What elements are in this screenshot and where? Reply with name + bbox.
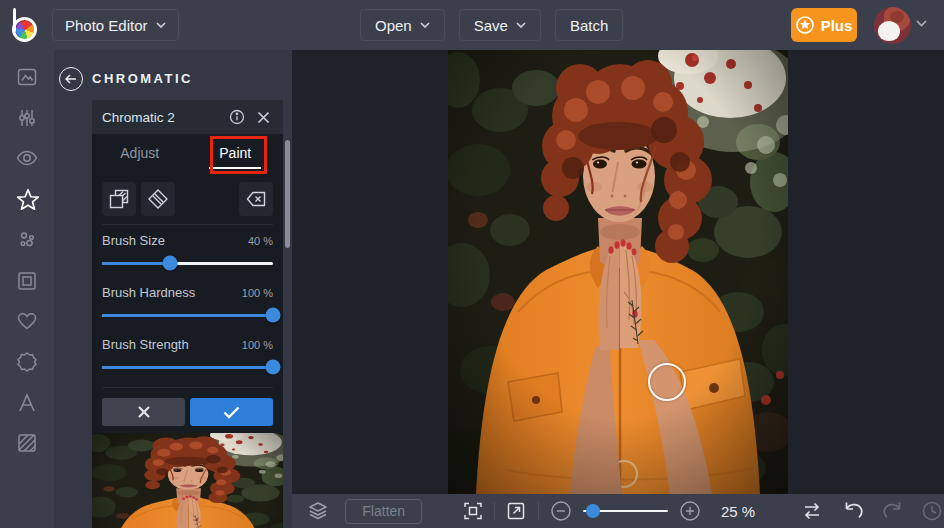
zoom-in-button[interactable] — [678, 499, 702, 523]
app-menu-button[interactable]: Photo Editor — [52, 9, 179, 41]
brush-hardness-value: 100 % — [242, 287, 273, 299]
scrollbar-thumb[interactable] — [285, 140, 290, 248]
info-button[interactable] — [227, 107, 247, 127]
flatten-button[interactable]: Flatten — [345, 499, 422, 524]
avatar-chevron-icon[interactable] — [916, 20, 927, 27]
canvas-area[interactable] — [292, 50, 944, 528]
graphics-badge-icon — [15, 350, 39, 374]
photo-manager-icon — [15, 65, 39, 89]
close-icon — [257, 111, 270, 124]
undo-icon — [842, 499, 866, 523]
info-icon — [229, 109, 245, 125]
artsy-dots-icon — [15, 228, 39, 252]
brush-size-group: Brush Size 40 % — [92, 225, 283, 277]
plus-upgrade-button[interactable]: Plus — [791, 8, 857, 42]
textures-icon — [15, 431, 39, 455]
close-button[interactable] — [253, 107, 273, 127]
tab-adjust-label: Adjust — [120, 145, 159, 161]
effects-star-icon — [15, 187, 41, 213]
history-button[interactable] — [920, 499, 944, 523]
text-icon — [15, 391, 39, 415]
touchup-eye-icon — [15, 146, 39, 170]
sidebar-item-textures[interactable] — [15, 431, 39, 455]
sidebar-item-photo-manager[interactable] — [15, 65, 39, 89]
zoom-slider[interactable] — [583, 501, 668, 521]
plus-label: Plus — [821, 17, 853, 34]
chevron-down-icon — [420, 22, 430, 28]
edit-sliders-icon — [15, 106, 39, 130]
brush-size-slider-thumb[interactable] — [163, 256, 178, 271]
brush-size-value: 40 % — [248, 235, 273, 247]
chevron-down-icon — [156, 22, 166, 28]
eraser-button[interactable] — [141, 182, 175, 216]
brush-tools — [92, 172, 283, 224]
widget-title: Chromatic 2 — [102, 110, 227, 125]
widget-header: Chromatic 2 — [92, 100, 283, 134]
sidebar-item-touchup[interactable] — [15, 146, 39, 170]
user-avatar[interactable] — [874, 7, 911, 44]
save-button[interactable]: Save — [459, 9, 541, 41]
thumbnail-image — [92, 433, 283, 528]
layers-icon — [307, 500, 329, 522]
brush-hardness-group: Brush Hardness 100 % — [92, 277, 283, 329]
overlays-heart-icon — [15, 309, 39, 333]
bottom-toolbar: Flatten 25 % — [292, 494, 944, 528]
arrow-left-icon — [65, 74, 77, 84]
brush-strength-value: 100 % — [242, 339, 273, 351]
zoom-out-icon — [549, 499, 573, 523]
sidebar-item-artsy[interactable] — [15, 228, 39, 252]
cancel-button[interactable] — [102, 398, 185, 426]
chevron-down-icon — [516, 22, 526, 28]
history-clock-icon — [920, 499, 944, 523]
redo-icon — [880, 499, 904, 523]
file-actions: Open Save Batch — [360, 9, 623, 41]
sidebar-item-frames[interactable] — [15, 269, 39, 293]
layers-button[interactable] — [307, 499, 329, 523]
topbar: Photo Editor Open Save Batch Plus — [0, 0, 944, 50]
cancel-x-icon — [137, 405, 151, 419]
open-label: Open — [375, 17, 412, 34]
tab-paint[interactable]: Paint — [188, 134, 284, 172]
apply-button[interactable] — [190, 398, 273, 426]
batch-button[interactable]: Batch — [555, 9, 623, 41]
brush-cursor — [648, 363, 686, 401]
tab-paint-label: Paint — [219, 145, 251, 161]
sidebar: ? — [0, 50, 54, 528]
tab-adjust[interactable]: Adjust — [92, 134, 188, 172]
brush-hardness-slider-thumb[interactable] — [266, 308, 281, 323]
undo-button[interactable] — [842, 499, 866, 523]
sidebar-item-graphics[interactable] — [15, 350, 39, 374]
brush-strength-group: Brush Strength 100 % — [92, 329, 283, 387]
brush-strength-slider[interactable] — [102, 357, 273, 377]
clear-mask-button[interactable] — [239, 182, 273, 216]
brush-hardness-slider[interactable] — [102, 305, 273, 325]
invert-mask-button[interactable] — [102, 182, 136, 216]
zoom-out-button[interactable] — [549, 499, 573, 523]
fullscreen-button[interactable] — [505, 499, 527, 523]
save-label: Save — [474, 17, 508, 34]
panel-scrollbar — [285, 134, 290, 474]
redo-button[interactable] — [880, 499, 904, 523]
back-button[interactable] — [59, 67, 83, 91]
brush-size-slider[interactable] — [102, 253, 273, 273]
brush-strength-slider-thumb[interactable] — [266, 360, 281, 375]
compare-button[interactable] — [800, 499, 824, 523]
sidebar-item-text[interactable] — [15, 391, 39, 415]
photo-image[interactable] — [448, 50, 788, 494]
brush-size-label: Brush Size — [102, 233, 248, 248]
zoom-in-icon — [678, 499, 702, 523]
compare-icon — [800, 499, 824, 523]
zoom-slider-thumb[interactable] — [586, 504, 600, 518]
app-menu-label: Photo Editor — [65, 17, 148, 34]
befunky-logo-icon[interactable] — [10, 8, 44, 42]
sidebar-item-overlays[interactable] — [15, 309, 39, 333]
open-button[interactable]: Open — [360, 9, 445, 41]
invert-mask-icon — [108, 188, 130, 210]
image-thumbnail[interactable] — [92, 433, 283, 528]
sidebar-item-effects[interactable] — [15, 187, 39, 211]
flatten-label: Flatten — [362, 503, 405, 519]
panel-title: CHROMATIC — [92, 71, 193, 86]
brush-strength-label: Brush Strength — [102, 337, 242, 352]
sidebar-item-edit[interactable] — [15, 106, 39, 130]
fit-screen-button[interactable] — [462, 499, 484, 523]
